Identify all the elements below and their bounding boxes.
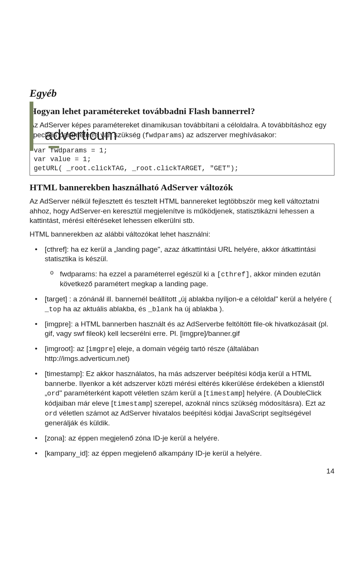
variable-list: [cthref]: ha ez kerül a „landing page", … <box>30 245 334 458</box>
list-item: [kampany_id]: az éppen megjelenő alkampá… <box>30 448 334 458</box>
text: [kampany_id]: az éppen megjelenő alkampá… <box>45 449 262 457</box>
list-item: [imgroot]: az [imgpre] eleje, a domain v… <box>30 344 334 364</box>
inline-code: timestamp <box>113 400 150 408</box>
text: ha új ablakba ). <box>173 305 224 313</box>
text: ] szerepel, azoknál nincs szükség módosí… <box>150 399 326 407</box>
brand-logo: adverticum <box>45 127 117 143</box>
list-item: fwdparams: ha ezzel a paraméterrel egész… <box>45 269 334 289</box>
section-heading: Egyéb <box>30 83 334 99</box>
text: [imgpre]: a HTML bannerben használt és a… <box>45 320 328 338</box>
inline-code: fwdparams <box>145 132 182 139</box>
brand-logo-underline <box>49 146 59 148</box>
inline-code: imgpre <box>88 345 113 353</box>
list-item: [imgpre]: a HTML bannerben használt és a… <box>30 319 334 339</box>
inline-code: timestamp <box>206 390 243 397</box>
text: [target] : a zónánál ill. bannernél beál… <box>45 295 332 303</box>
text: véletlen számot az AdServer hivatalos be… <box>45 409 311 427</box>
text: ha az aktuális ablakba, és <box>61 305 148 313</box>
sub-list: fwdparams: ha ezzel a paraméterrel egész… <box>45 269 334 289</box>
question-heading-flash: Hogyan lehet paramétereket továbbadni Fl… <box>30 106 334 116</box>
paragraph: Az AdServer nélkül fejlesztett és teszte… <box>30 196 334 226</box>
inline-code: ord <box>47 390 59 397</box>
inline-code: _blank <box>148 306 173 313</box>
text: [imgroot]: az [ <box>45 345 88 353</box>
paragraph: HTML bannerekben az alábbi változókat le… <box>30 229 334 239</box>
inline-code: _top <box>45 306 61 313</box>
inline-code: ord <box>45 410 57 417</box>
page-number: 14 <box>326 467 334 475</box>
list-item: [cthref]: ha ez kerül a „landing page", … <box>30 245 334 289</box>
header-accent-bar <box>30 102 33 151</box>
code-block: var fwdparams = 1; var value = 1; getURL… <box>30 144 334 176</box>
question-heading-html-vars: HTML bannerekben használható AdServer vá… <box>30 182 334 193</box>
inline-code: [cthref] <box>217 271 249 278</box>
list-item: [timestamp]: Ez akkor használatos, ha má… <box>30 369 334 428</box>
text: [zona]: az éppen megjelenő zóna ID-je ke… <box>45 434 220 442</box>
text: fwdparams: ha ezzel a paraméterrel egész… <box>60 270 217 278</box>
document-page: adverticum Egyéb Hogyan lehet paramétere… <box>0 83 364 482</box>
list-item: [target] : a zónánál ill. bannernél beál… <box>30 294 334 314</box>
list-item: [zona]: az éppen megjelenő zóna ID-je ke… <box>30 433 334 443</box>
text: [cthref]: ha ez kerül a „landing page", … <box>45 245 316 263</box>
text: " paraméterként kapott véletlen szám ker… <box>60 389 206 397</box>
text: ) az adszerver meghívásakor: <box>182 131 276 139</box>
